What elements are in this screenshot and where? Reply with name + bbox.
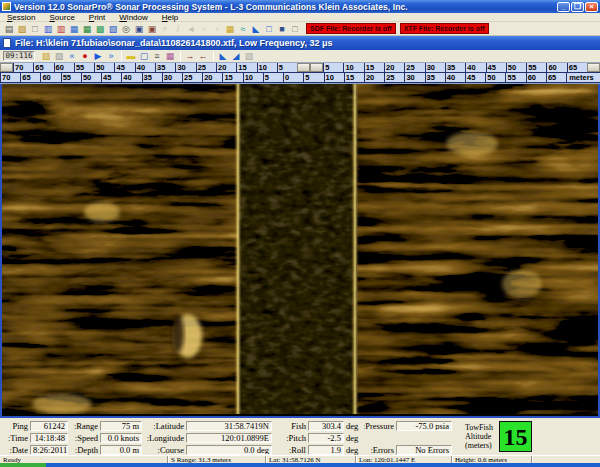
ruler-tick: 70 [0, 73, 20, 82]
refresh-icon[interactable]: ≈ [237, 23, 249, 35]
status-unit: deg [344, 445, 358, 455]
gain-sliders-icon[interactable]: ≡ [151, 50, 163, 62]
send-icon[interactable]: ▧ [53, 50, 65, 62]
sonar-toolbar: 09:116 ▨▧«●▶»▬▢≡▦→←◣◢▨ [0, 50, 600, 63]
ruler-tick: 55 [74, 63, 94, 72]
ruler-tick: 40 [121, 73, 141, 82]
status-column-1: Range:75 mSpeed:0.0 knotsDepth:0.0 m [70, 420, 142, 455]
save-icon[interactable]: ■ [276, 23, 288, 35]
ruler-tick: 55 [61, 73, 81, 82]
map-icon[interactable]: ▩ [94, 23, 106, 35]
box-tool-icon[interactable]: ▫ [211, 23, 223, 35]
status-row: Speed:0.0 knots [70, 432, 142, 443]
status-value: -2.5 [308, 433, 344, 443]
step-back-icon[interactable]: ← [197, 50, 209, 62]
pointer-tool-icon[interactable]: ◄ [185, 23, 197, 35]
doc-new-icon[interactable]: □ [289, 23, 301, 35]
ruler-tick: 45 [114, 63, 134, 72]
status-label: Fish [280, 421, 308, 431]
status-value: 0.0 m [100, 445, 142, 455]
stop-icon[interactable]: ● [79, 50, 91, 62]
status-row [364, 432, 452, 443]
image-view-icon[interactable]: ▣ [133, 23, 145, 35]
ruler-tick: 10 [243, 73, 263, 82]
extra-tool-icon[interactable]: ▨ [243, 50, 255, 62]
target-icon[interactable]: ◎ [120, 23, 132, 35]
status-value: 0.0 knots [100, 433, 142, 443]
status-label: Latitude: [142, 421, 186, 431]
ruler-tick: 60 [526, 73, 546, 82]
close-button[interactable]: × [585, 2, 598, 12]
ruler-tick: 40 [465, 63, 485, 72]
fast-forward-icon[interactable]: » [105, 50, 117, 62]
toolbar-separator [180, 51, 181, 62]
restore-button[interactable]: ❐ [571, 2, 584, 12]
status-value: 14:18:48 [30, 433, 68, 443]
status-label: Pitch: [280, 433, 308, 443]
minimize-button[interactable]: _ [557, 2, 570, 12]
status-unit: deg [344, 421, 358, 431]
ruler-button-left[interactable] [0, 63, 13, 72]
waterfall-red-icon[interactable]: ▥ [55, 23, 67, 35]
recorder-status-badge-1: XTF File: Recorder is off [400, 23, 489, 34]
print-icon[interactable]: ▤ [3, 23, 15, 35]
status-row: Range:75 m [70, 420, 142, 431]
play-icon[interactable]: ▶ [92, 50, 104, 62]
status-row: Ping61242 [4, 420, 68, 431]
menu-item-help[interactable]: Help [155, 13, 185, 22]
ruler-button-right[interactable] [587, 63, 600, 72]
ruler-tick: 0 [283, 73, 303, 82]
ruler-tick: 60 [40, 73, 60, 82]
ruler-tick: 25 [182, 73, 202, 82]
statusbar-cell-1: S Range: 31.3 meters [168, 456, 266, 463]
toolbar-separator [121, 51, 122, 62]
new-page-icon[interactable]: □ [29, 23, 41, 35]
ruler-row-top: 7065605550454035302520151055101520253035… [0, 63, 600, 73]
status-row: Pitch:-2.5deg [280, 432, 358, 443]
ruler-tick: 10 [257, 63, 277, 72]
ruler-tick: 25 [404, 63, 424, 72]
menu-item-session[interactable]: Session [0, 13, 42, 22]
page-blue-icon[interactable]: □ [263, 23, 275, 35]
status-column-3: Fish303.4degPitch:-2.5degRoll:1.9deg [280, 420, 358, 455]
ruler-button-center-a[interactable] [297, 63, 310, 72]
ruler-button-center-b[interactable] [310, 63, 323, 72]
open-file-icon[interactable]: ▨ [40, 50, 52, 62]
ruler-tick: 60 [546, 63, 566, 72]
menu-bar: SessionSourcePrintWindowHelp [0, 13, 600, 22]
open-folder-icon[interactable]: ▨ [16, 23, 28, 35]
status-row: Date:8:26:2011 [4, 444, 68, 455]
bottom-track-right-icon[interactable]: ◢ [230, 50, 242, 62]
status-column-2: Latitude:31:58.7419NLongitude:120:01.089… [142, 420, 272, 455]
pencil-tool-icon[interactable]: / [172, 23, 184, 35]
stamp-tool-icon[interactable]: + [159, 23, 171, 35]
rewind-icon[interactable]: « [66, 50, 78, 62]
image-view-2-icon[interactable]: ▣ [146, 23, 158, 35]
waterfall-teal-icon[interactable]: ▧ [107, 23, 119, 35]
display-toggle-icon[interactable]: ▬ [125, 50, 137, 62]
status-label: Speed: [70, 433, 100, 443]
waterfall-blue-icon[interactable]: ▥ [42, 23, 54, 35]
chart-green-icon[interactable]: ▦ [81, 23, 93, 35]
flag-chart-icon[interactable]: ◣ [250, 23, 262, 35]
waterfall-navy-icon[interactable]: ▦ [68, 23, 80, 35]
status-value: 8:26:2011 [30, 445, 68, 455]
ruler-tick: 5 [303, 73, 323, 82]
menu-item-print[interactable]: Print [82, 13, 112, 22]
bottom-track-left-icon[interactable]: ◣ [217, 50, 229, 62]
ruler-tick: 70 [13, 63, 33, 72]
status-row: Longitude:120:01.0899E [142, 432, 272, 443]
status-label: Range: [70, 421, 100, 431]
menu-item-source[interactable]: Source [42, 13, 81, 22]
title-bar: Version 12.0 SonarPro® Sonar Processing … [0, 0, 600, 13]
palette-icon[interactable]: ▦ [164, 50, 176, 62]
monitor-icon[interactable]: ▢ [138, 50, 150, 62]
select-tool-icon[interactable]: ▫ [198, 23, 210, 35]
step-forward-icon[interactable]: → [184, 50, 196, 62]
sonar-waterfall-display[interactable] [0, 84, 600, 416]
statusbar-cell-0: Ready [0, 456, 168, 463]
menu-item-window[interactable]: Window [112, 13, 154, 22]
ruler-tick: 45 [486, 63, 506, 72]
palette-icon[interactable]: ▦ [224, 23, 236, 35]
status-row: Errors:No Errors [364, 444, 452, 455]
